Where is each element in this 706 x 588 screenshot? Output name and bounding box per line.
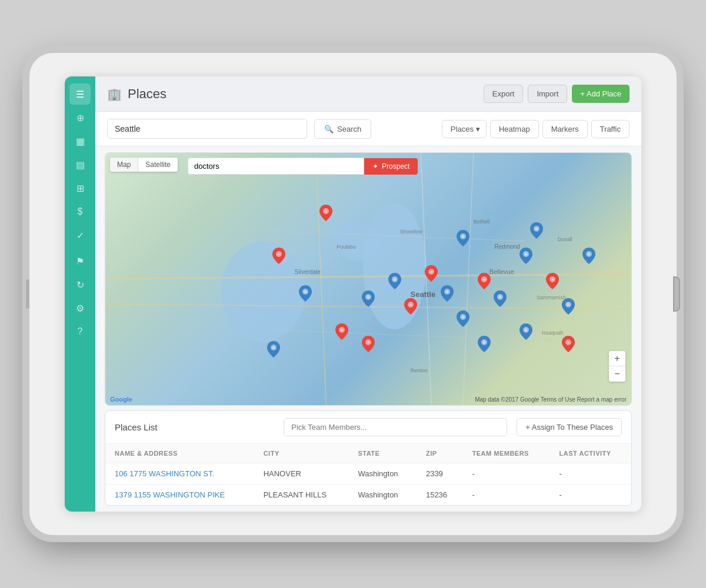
import-button[interactable]: Import — [528, 85, 567, 103]
search-button[interactable]: 🔍 Search — [314, 119, 371, 139]
places-list-section: Places List + Assign To These Places NAM… — [105, 410, 632, 506]
svg-text:≡: ≡ — [393, 277, 396, 282]
zoom-out-button[interactable]: − — [609, 366, 625, 382]
map-tab-satellite[interactable]: Satellite — [138, 158, 178, 172]
markers-container: ≡ + + ≡ ≡ ≡ + + ≡ ≡ + — [105, 153, 631, 405]
map-background: Seattle Bellevue Redmond Silverdale Poul… — [105, 153, 631, 405]
export-button[interactable]: Export — [484, 85, 524, 103]
map-marker[interactable]: + — [478, 273, 491, 292]
map-container[interactable]: Seattle Bellevue Redmond Silverdale Poul… — [105, 152, 632, 406]
prospect-icon: ✦ — [372, 162, 378, 171]
cell-state: Washington — [348, 485, 417, 506]
map-marker[interactable]: + — [272, 248, 285, 266]
map-marker[interactable]: ≡ — [582, 248, 595, 266]
map-search-bar: ✦ Prospect — [188, 158, 584, 175]
map-marker[interactable]: ≡ — [519, 323, 532, 342]
pick-members-input[interactable] — [284, 418, 507, 436]
svg-text:≡: ≡ — [446, 289, 449, 295]
places-table: NAME & ADDRESS CITY STATE ZIP TEAM MEMBE… — [105, 444, 631, 505]
sidebar-item-flag[interactable]: ⚑ — [69, 250, 91, 272]
svg-text:≡: ≡ — [525, 328, 528, 333]
page-title-area: 🏢 Places — [107, 86, 166, 102]
home-button[interactable] — [673, 276, 680, 312]
map-marker[interactable]: ≡ — [562, 298, 575, 317]
table-header-row: NAME & ADDRESS CITY STATE ZIP TEAM MEMBE… — [105, 444, 631, 463]
map-attribution: Map data ©2017 Google Terms of Use Repor… — [475, 396, 627, 403]
sidebar-item-help[interactable]: ? — [69, 321, 91, 342]
col-state: STATE — [348, 444, 417, 463]
map-marker[interactable]: + — [319, 205, 332, 223]
main-content: 🏢 Places Export Import + Add Place 🔍 Sea… — [95, 76, 641, 512]
sidebar-item-refresh[interactable]: ↻ — [69, 274, 91, 295]
map-marker[interactable]: ≡ — [519, 248, 532, 266]
heatmap-filter-button[interactable]: Heatmap — [490, 120, 539, 138]
map-marker[interactable]: ≡ — [362, 290, 375, 309]
volume-button[interactable] — [26, 279, 29, 309]
map-marker[interactable]: ≡ — [457, 230, 469, 249]
svg-text:+: + — [278, 252, 281, 257]
cell-state: Washington — [348, 463, 417, 485]
table-row[interactable]: 1379 1155 WASHINGTON PIKE PLEASANT HILLS… — [105, 485, 631, 506]
map-marker[interactable]: + — [404, 298, 417, 317]
table-row[interactable]: 106 1775 WASHINGTON ST. HANOVER Washingt… — [105, 463, 631, 485]
map-marker[interactable]: + — [562, 336, 575, 355]
traffic-filter-button[interactable]: Traffic — [591, 120, 630, 138]
map-marker[interactable]: ≡ — [441, 285, 454, 304]
svg-text:+: + — [325, 209, 328, 214]
svg-text:≡: ≡ — [462, 315, 465, 320]
places-list-header: Places List + Assign To These Places — [105, 411, 631, 444]
map-marker[interactable]: + — [425, 265, 438, 284]
map-marker[interactable]: ≡ — [494, 290, 507, 309]
places-filter-button[interactable]: Places ▾ — [442, 120, 487, 138]
sidebar-item-menu[interactable]: ☰ — [69, 83, 91, 105]
svg-text:≡: ≡ — [567, 302, 570, 308]
add-place-button[interactable]: + Add Place — [572, 85, 630, 103]
col-last-activity: LAST ACTIVITY — [550, 444, 631, 463]
header-buttons: Export Import + Add Place — [484, 85, 630, 103]
map-marker[interactable]: + — [362, 336, 375, 355]
prospect-button[interactable]: ✦ Prospect — [364, 158, 418, 175]
markers-filter-button[interactable]: Markers — [542, 120, 588, 138]
location-search-input[interactable] — [107, 119, 307, 139]
map-marker[interactable]: ≡ — [530, 222, 543, 241]
map-marker[interactable]: + — [546, 273, 559, 292]
svg-text:≡: ≡ — [525, 252, 528, 257]
col-name-address: NAME & ADDRESS — [105, 444, 254, 463]
sidebar-item-dollar[interactable]: $ — [69, 201, 91, 222]
map-marker[interactable]: ≡ — [388, 273, 401, 292]
map-marker[interactable]: ≡ — [299, 285, 312, 304]
assign-button[interactable]: + Assign To These Places — [517, 418, 622, 436]
map-marker[interactable]: ≡ — [267, 341, 280, 360]
page-header: 🏢 Places Export Import + Add Place — [95, 76, 641, 112]
sidebar-item-globe[interactable]: ⊕ — [69, 107, 91, 128]
svg-text:+: + — [341, 328, 344, 333]
page-title: Places — [128, 86, 166, 102]
zoom-in-button[interactable]: + — [609, 351, 625, 366]
map-marker[interactable]: + — [335, 323, 348, 342]
svg-text:+: + — [367, 340, 370, 345]
col-city: CITY — [254, 444, 349, 463]
sidebar-item-calendar[interactable]: ▦ — [69, 131, 91, 152]
cell-city: HANOVER — [254, 463, 349, 485]
map-view-tabs: Map Satellite — [110, 158, 178, 172]
cell-team-members: - — [463, 463, 550, 485]
svg-text:≡: ≡ — [588, 252, 591, 257]
svg-text:+: + — [430, 269, 433, 275]
svg-text:+: + — [567, 340, 570, 345]
cell-city: PLEASANT HILLS — [254, 485, 349, 506]
map-doctors-input[interactable] — [188, 158, 364, 175]
cell-last-activity: - — [550, 485, 631, 506]
search-icon: 🔍 — [324, 125, 334, 133]
col-zip: ZIP — [417, 444, 463, 463]
sidebar-item-briefcase[interactable]: ⊞ — [69, 178, 91, 199]
map-marker[interactable]: ≡ — [478, 336, 491, 355]
cell-zip: 15236 — [417, 485, 463, 506]
sidebar-item-settings[interactable]: ⚙ — [69, 298, 91, 319]
sidebar-item-chart[interactable]: ▤ — [69, 154, 91, 175]
svg-text:≡: ≡ — [535, 226, 538, 232]
sidebar-item-check[interactable]: ✓ — [69, 225, 91, 246]
google-logo: Google — [110, 396, 132, 403]
map-marker[interactable]: ≡ — [457, 310, 469, 329]
map-tab-map[interactable]: Map — [110, 158, 138, 172]
cell-name: 1379 1155 WASHINGTON PIKE — [105, 485, 254, 506]
